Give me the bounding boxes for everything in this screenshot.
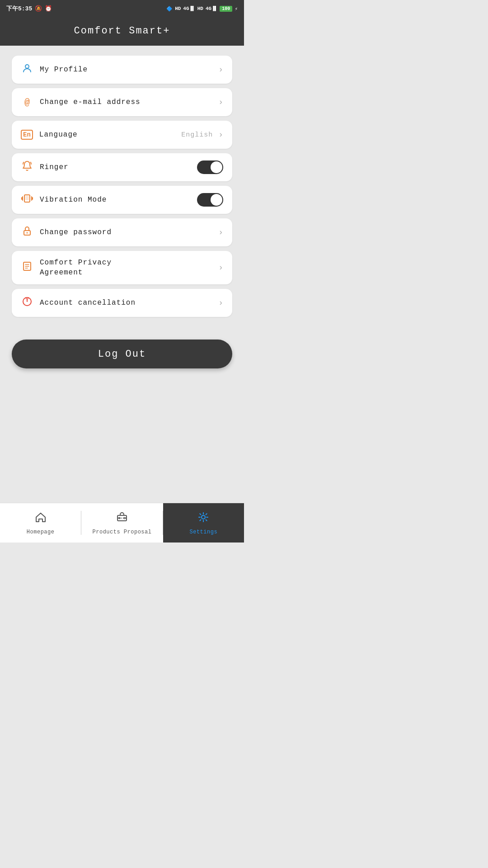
language-chevron: › [218,130,223,139]
privacy-icon [21,261,33,275]
language-icon: En [21,130,33,140]
privacy-label-line1: Comfort Privacy [40,258,112,268]
menu-item-vibration[interactable]: Vibration Mode [12,186,232,214]
home-icon [34,511,47,527]
password-icon [21,226,33,240]
nav-settings-label: Settings [190,529,218,535]
alarm-icon: ⏰ [45,5,52,12]
menu-item-account-cancel[interactable]: Account cancellation › [12,289,232,317]
hd-icon-2: HD [197,6,203,11]
nav-settings[interactable]: Settings [163,503,244,542]
password-label: Change password [40,228,112,236]
email-icon: @ [21,97,33,108]
svg-point-8 [27,232,28,233]
ringer-icon [21,160,33,175]
mute-icon: 🔕 [35,5,42,12]
bottom-nav: Homepage Products Proposal Settings [0,503,244,542]
privacy-chevron: › [218,263,223,272]
ringer-toggle[interactable] [197,160,223,174]
cancel-label: Account cancellation [40,299,136,307]
email-label: Change e-mail address [40,98,141,106]
signal-4g-2: 4G▐▌ [206,6,217,11]
language-value: English [181,131,213,139]
status-left: 下午5:35 🔕 ⏰ [6,5,52,13]
privacy-label-line2: Agreement [40,268,112,278]
menu-item-language[interactable]: En Language English › [12,121,232,149]
menu-item-privacy[interactable]: Comfort Privacy Agreement › [12,251,232,284]
vibration-toggle-knob [211,194,222,206]
profile-label: My Profile [40,66,88,74]
menu-item-ringer[interactable]: Ringer [12,153,232,181]
settings-menu: My Profile › @ Change e-mail address › E… [0,46,244,326]
ringer-label: Ringer [40,163,69,171]
svg-point-18 [124,517,126,519]
signal-4g: 4G▐▌ [183,6,195,11]
logout-section: Log Out [0,326,244,377]
vibration-toggle[interactable] [197,193,223,207]
settings-icon [197,511,210,527]
menu-item-my-profile[interactable]: My Profile › [12,56,232,84]
products-icon [116,511,128,527]
vibration-icon [21,193,33,208]
status-time: 下午5:35 [6,5,32,13]
menu-item-change-email[interactable]: @ Change e-mail address › [12,88,232,116]
profile-chevron: › [218,65,223,74]
password-chevron: › [218,228,223,237]
svg-point-20 [202,515,205,519]
nav-homepage[interactable]: Homepage [0,503,81,542]
email-chevron: › [218,98,223,107]
status-right: 🔷 HD 4G▐▌ HD 4G▐▌ 100 ⚡ [166,6,238,12]
profile-icon [21,63,33,77]
cancel-chevron: › [218,298,223,307]
app-header: Comfort Smart+ [0,17,244,46]
status-bar: 下午5:35 🔕 ⏰ 🔷 HD 4G▐▌ HD 4G▐▌ 100 ⚡ [0,0,244,17]
nav-products-label: Products Proposal [93,529,152,535]
charging-icon: ⚡ [235,6,238,12]
language-label: Language [39,131,78,139]
battery-indicator: 100 [220,6,232,12]
logout-button[interactable]: Log Out [12,340,232,368]
svg-point-0 [25,65,29,68]
cancel-icon [21,296,33,310]
nav-homepage-label: Homepage [27,529,55,535]
menu-item-change-password[interactable]: Change password › [12,218,232,246]
svg-rect-2 [25,196,29,200]
vibration-label: Vibration Mode [40,196,107,204]
hd-icon: HD [175,6,181,11]
ringer-toggle-knob [211,161,222,173]
nav-products-proposal[interactable]: Products Proposal [81,503,162,542]
app-title: Comfort Smart+ [74,25,170,37]
bluetooth-icon: 🔷 [166,6,173,12]
